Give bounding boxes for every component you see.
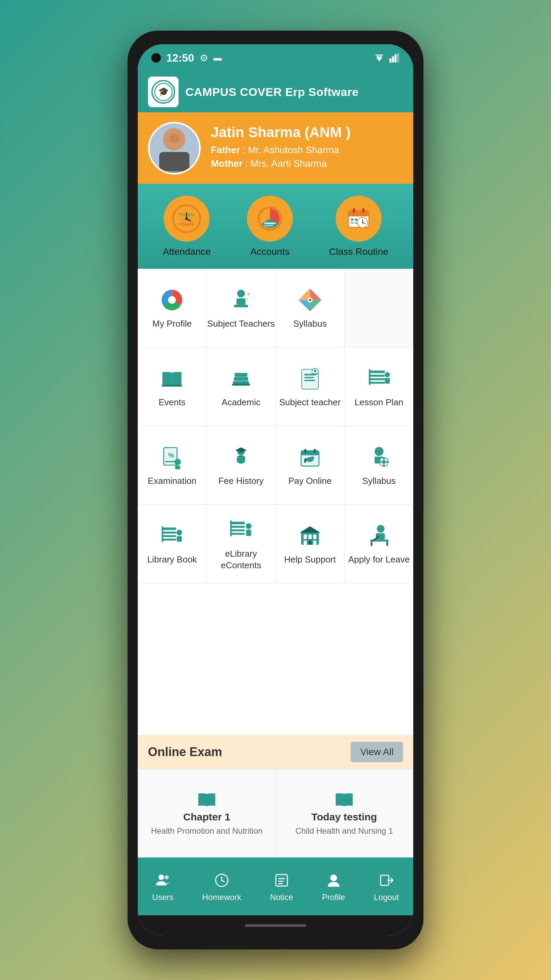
quick-stats: Present Absent Leave Attendance — [138, 184, 413, 269]
svg-rect-54 — [235, 372, 248, 376]
svg-rect-104 — [230, 520, 232, 536]
menu-subject-teacher[interactable]: Subject teacher — [276, 347, 345, 426]
svg-rect-116 — [376, 533, 385, 540]
camera-dot — [151, 53, 161, 63]
menu-subject-teachers[interactable]: ✦ ✦ Subject Teachers — [207, 269, 276, 347]
phone-device: 12:50 ⚙ ▬ — [127, 30, 424, 950]
svg-rect-27 — [351, 218, 354, 221]
menu-lesson-plan[interactable]: Lesson Plan — [345, 347, 413, 426]
logout-nav-icon — [377, 871, 395, 890]
svg-rect-41 — [234, 305, 248, 307]
online-exam-header: Online Exam View All — [138, 735, 413, 769]
svg-rect-21 — [264, 225, 273, 226]
nav-notice[interactable]: Notice — [270, 871, 293, 902]
menu-empty1 — [345, 269, 413, 347]
svg-rect-2 — [389, 59, 392, 63]
svg-text:🎓: 🎓 — [158, 86, 169, 97]
svg-rect-32 — [355, 222, 357, 224]
settings-icon: ⚙ — [200, 52, 208, 64]
menu-pay-online[interactable]: Pay Online — [276, 426, 345, 504]
svg-marker-76 — [235, 447, 247, 453]
menu-academic[interactable]: Academic — [207, 347, 276, 426]
subject-teachers-icon: ✦ ✦ — [227, 286, 255, 313]
svg-rect-10 — [159, 152, 189, 171]
menu-apply-leave[interactable]: Apply for Leave — [345, 504, 413, 583]
svg-rect-65 — [369, 378, 385, 380]
svg-point-11 — [169, 134, 179, 143]
exam-card-chapter1[interactable]: Chapter 1 Health Promotion and Nutrition — [138, 769, 275, 858]
svg-rect-55 — [232, 383, 250, 385]
menu-row-4: Library Book — [138, 504, 413, 583]
stat-routine-label: Class Routine — [329, 247, 388, 257]
library-book-icon — [159, 522, 186, 549]
nav-profile-label: Profile — [322, 892, 345, 902]
svg-rect-25 — [353, 208, 356, 213]
menu-elibrary[interactable]: eLibrary eContents — [207, 504, 276, 583]
home-bar — [245, 924, 306, 927]
svg-rect-31 — [351, 222, 354, 224]
subject-teacher-label: Subject teacher — [279, 397, 341, 408]
svg-point-105 — [246, 523, 252, 529]
status-bar: 12:50 ⚙ ▬ — [138, 44, 413, 72]
svg-point-120 — [159, 875, 164, 880]
svg-rect-90 — [383, 464, 385, 466]
svg-rect-83 — [314, 449, 316, 453]
svg-point-39 — [237, 290, 245, 298]
svg-rect-4 — [395, 54, 397, 63]
svg-text:Absent: Absent — [179, 221, 194, 227]
svg-rect-119 — [386, 541, 388, 546]
exam-card-today-testing[interactable]: Today testing Child Health and Nursing 1 — [276, 769, 413, 858]
stat-accounts[interactable]: Accounts — [247, 196, 293, 257]
events-icon — [159, 365, 186, 392]
svg-rect-91 — [380, 461, 382, 463]
nav-logout-label: Logout — [374, 892, 399, 902]
menu-events[interactable]: Events — [138, 347, 207, 426]
pay-online-label: Pay Online — [288, 476, 332, 487]
menu-help-support[interactable]: Help Support — [276, 504, 345, 583]
nav-logout[interactable]: Logout — [374, 871, 399, 902]
exam-cards-container: Chapter 1 Health Promotion and Nutrition… — [138, 769, 413, 858]
nav-homework[interactable]: Homework — [202, 871, 241, 902]
svg-rect-94 — [162, 531, 176, 533]
nav-users[interactable]: Users — [152, 871, 173, 902]
svg-point-38 — [168, 296, 176, 304]
menu-my-profile[interactable]: My Profile — [138, 269, 207, 347]
svg-rect-5 — [397, 53, 399, 63]
view-all-button[interactable]: View All — [351, 742, 403, 762]
svg-point-98 — [176, 530, 182, 535]
nav-profile[interactable]: Profile — [322, 871, 345, 902]
svg-rect-72 — [165, 461, 176, 462]
svg-rect-108 — [304, 534, 307, 539]
svg-rect-69 — [385, 378, 390, 383]
menu-syllabus1[interactable]: Syllabus — [276, 269, 345, 347]
lesson-plan-label: Lesson Plan — [355, 397, 403, 408]
bottom-nav: Users Homework — [138, 858, 413, 915]
stat-routine[interactable]: Class Routine — [329, 196, 388, 257]
svg-text:%: % — [168, 451, 175, 459]
menu-library-book[interactable]: Library Book — [138, 504, 207, 583]
svg-point-68 — [385, 372, 390, 377]
svg-rect-99 — [177, 536, 182, 542]
stat-attendance[interactable]: Present Absent Leave Attendance — [163, 196, 211, 257]
svg-rect-113 — [313, 540, 316, 544]
svg-rect-126 — [276, 875, 287, 886]
svg-point-36 — [362, 222, 363, 223]
profile-banner: Jatin Sharma (ANM ) Father : Mr. Ashutos… — [138, 112, 413, 184]
svg-rect-26 — [362, 208, 365, 213]
svg-rect-74 — [175, 465, 180, 469]
exam-card-today-subtitle: Child Health and Nursing 1 — [295, 826, 393, 836]
menu-examination[interactable]: % Examination — [138, 426, 207, 504]
svg-point-88 — [382, 460, 386, 464]
accounts-icon-circle — [247, 196, 293, 242]
app-title: CAMPUS COVER Erp Software — [185, 86, 359, 99]
menu-fee-history[interactable]: ₹ Fee History — [207, 426, 276, 504]
exam-card-chapter1-subtitle: Health Promotion and Nutrition — [151, 826, 263, 836]
svg-rect-24 — [348, 214, 369, 216]
sim-icon: ▬ — [214, 53, 222, 63]
svg-point-121 — [165, 875, 169, 879]
stat-accounts-label: Accounts — [250, 247, 289, 257]
pay-online-icon — [296, 443, 324, 471]
menu-syllabus2[interactable]: Syllabus — [345, 426, 413, 504]
users-nav-icon — [153, 871, 172, 890]
app-header: 🎓 CAMPUS COVER Erp Software — [138, 72, 413, 112]
